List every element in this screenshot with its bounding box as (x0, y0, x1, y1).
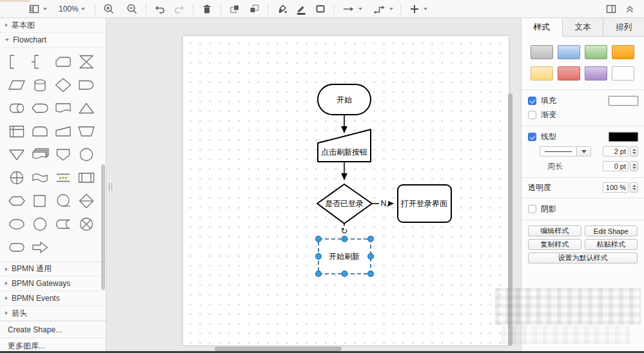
zoom-level-dropdown[interactable]: 100% (55, 1, 88, 17)
opacity-input[interactable]: 100 % (603, 182, 629, 193)
shape-annotation[interactable] (28, 50, 52, 73)
shape-stored-data-arc[interactable] (28, 120, 52, 143)
collapse-toolbar-button[interactable] (621, 1, 639, 17)
shape-arrow[interactable] (28, 236, 52, 259)
shape-sequential-data[interactable] (52, 189, 75, 213)
tab-style[interactable]: 样式 (522, 18, 563, 37)
line-checkbox[interactable] (528, 133, 536, 141)
opacity-stepper[interactable] (630, 182, 638, 193)
rotate-handle-icon[interactable]: ↻ (341, 226, 348, 236)
shape-document[interactable] (52, 97, 75, 120)
shape-preparation[interactable] (5, 189, 28, 213)
line-width-stepper[interactable] (630, 146, 638, 157)
undo-button[interactable] (150, 1, 170, 17)
shape-ellipse[interactable] (5, 213, 28, 236)
style-preset-green[interactable] (585, 45, 607, 59)
shadow-row: 阴影 (522, 202, 644, 215)
shape-parallel-mode[interactable] (52, 166, 75, 189)
redo-button[interactable] (170, 1, 189, 17)
tab-arrange[interactable]: 排列 (603, 18, 644, 36)
shape-summing-junction[interactable] (75, 213, 98, 236)
style-preset-purple[interactable] (585, 66, 607, 81)
sidebar-section-bpmn-general[interactable]: BPMN 通用 (0, 262, 106, 276)
shape-multi-document[interactable] (28, 143, 52, 166)
shape-decision[interactable] (52, 73, 75, 97)
gradient-checkbox[interactable] (528, 111, 536, 119)
sidebar-scrollbar[interactable] (101, 164, 105, 290)
paste-style-button[interactable]: 粘贴样式 (585, 239, 638, 250)
set-default-style-button[interactable]: 设置为默认样式 (528, 253, 638, 263)
shape-process[interactable] (28, 189, 52, 213)
connection-style-button[interactable] (338, 1, 366, 17)
node-click-refresh[interactable] (318, 129, 371, 162)
canvas-vertical-scrollbar[interactable] (508, 93, 512, 346)
insert-button[interactable] (405, 1, 431, 17)
sidebar-section-arrows[interactable]: 箭头 (0, 306, 106, 321)
format-panel-toggle[interactable] (601, 1, 621, 17)
fill-row: 填充 (522, 94, 644, 107)
shape-direct-access-storage[interactable] (5, 97, 28, 120)
page-view-button[interactable] (24, 1, 50, 17)
style-preset-blue[interactable] (558, 45, 580, 59)
shape-data[interactable] (5, 73, 28, 97)
zoom-out-button[interactable] (122, 1, 142, 17)
shadow-button[interactable] (311, 1, 330, 17)
shape-sort[interactable] (75, 189, 98, 213)
shape-card[interactable] (52, 50, 75, 73)
stepper-up-icon (632, 164, 636, 166)
to-front-button[interactable] (225, 1, 244, 17)
node-open-login-label: 打开登录界面 (400, 199, 447, 208)
shape-predefined-process[interactable] (75, 166, 98, 189)
tab-text[interactable]: 文本 (563, 18, 604, 36)
style-preset-white[interactable] (612, 66, 634, 81)
line-style-dropdown-button[interactable] (577, 146, 591, 157)
canvas-horizontal-scrollbar[interactable] (215, 347, 342, 351)
shadow-checkbox[interactable] (528, 205, 536, 213)
shape-terminator[interactable] (5, 236, 28, 259)
shape-stored-data[interactable] (52, 213, 75, 236)
shape-collate[interactable] (75, 50, 98, 73)
edit-style-button[interactable]: 编辑样式 (528, 225, 581, 236)
shape-database[interactable] (28, 73, 52, 97)
style-preset-orange[interactable] (612, 45, 634, 59)
fill-color-swatch[interactable] (609, 96, 638, 106)
shape-manual-input[interactable] (52, 120, 75, 143)
line-color-swatch[interactable] (609, 132, 638, 142)
perimeter-input[interactable]: 0 pt (603, 161, 629, 171)
shape-circle[interactable] (28, 213, 52, 236)
fill-checkbox[interactable] (528, 97, 536, 105)
style-preset-red[interactable] (558, 66, 580, 81)
zoom-in-button[interactable] (99, 1, 119, 17)
style-preset-yellow[interactable] (531, 66, 553, 81)
shape-paper-tape[interactable] (28, 166, 52, 189)
shape-display[interactable] (28, 97, 52, 120)
perimeter-stepper[interactable] (630, 161, 638, 171)
shape-manual-operation[interactable] (75, 120, 98, 143)
create-shape-link[interactable]: Create Shape... (0, 321, 106, 338)
delete-button[interactable] (197, 1, 217, 17)
edge-label-n[interactable]: N (381, 199, 387, 208)
shape-or[interactable] (5, 166, 28, 189)
sidebar-section-bpmn-events[interactable]: BPMN Events (0, 291, 106, 306)
shape-extract[interactable] (75, 97, 98, 120)
internal-storage-icon (7, 122, 26, 141)
shape-merge[interactable] (5, 143, 28, 166)
sidebar-section-bpmn-gateways[interactable]: BPMN Gateways (0, 276, 106, 291)
shape-off-page-connector[interactable] (52, 143, 75, 166)
edit-shape-button[interactable]: Edit Shape (585, 225, 638, 236)
line-width-input[interactable]: 2 pt (603, 146, 629, 157)
line-color-button[interactable] (291, 1, 311, 17)
shape-internal-storage[interactable] (5, 120, 28, 143)
waypoint-style-button[interactable] (369, 1, 396, 17)
shape-delay[interactable] (75, 73, 98, 97)
fill-color-button[interactable] (272, 1, 291, 17)
shape-loop-limit[interactable] (5, 50, 28, 73)
copy-style-button[interactable]: 复制样式 (528, 239, 581, 250)
diagram-canvas[interactable]: 开始 点击刷新按钮 是否已登录 N 打开登录界面 ↻ 开始刷新 (106, 18, 521, 353)
sidebar-section-flowchart[interactable]: Flowchart (0, 33, 106, 48)
style-preset-gray[interactable] (531, 45, 553, 59)
sidebar-section-basic[interactable]: 基本图 (0, 18, 106, 33)
to-back-button[interactable] (244, 1, 264, 17)
line-style-dropdown[interactable] (540, 146, 577, 157)
shape-connector[interactable] (75, 143, 98, 166)
